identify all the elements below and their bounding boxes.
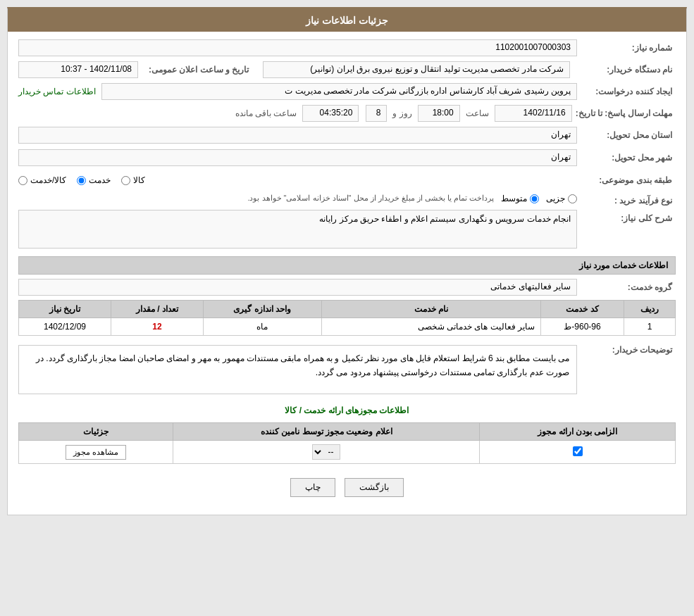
mohlat-row: مهلت ارسال پاسخ: تا تاریخ: 1402/11/16 سا… [18,105,676,122]
permits-table: الزامی بودن ارائه مجوز اعلام وضعیت مجوز … [18,422,676,464]
jozi-option[interactable]: جزیی [546,194,577,203]
ejad-label: ایجاد کننده درخواست: [577,87,676,96]
shmaare-value: 1102001007000303 [18,39,577,56]
jozi-radio[interactable] [568,194,577,203]
permit-checkbox[interactable] [573,446,583,456]
mootasat-radio[interactable] [530,194,539,203]
khadamat-option[interactable]: خدمت [77,175,111,185]
permit-elzami-cell[interactable] [480,441,676,464]
khadamat-radio[interactable] [77,176,86,185]
col-radif: ردیف [624,301,675,318]
col-code: کد خدمت [541,301,624,318]
cell-name: سایر فعالیت های خدماتی شخصی [321,318,541,336]
ostan-row: استان محل تحویل: تهران [18,126,676,144]
shahr-value: تهران [18,149,577,166]
tozihat-label: توضیحات خریدار: [577,341,676,355]
permit-elam-select[interactable]: -- [312,444,340,460]
rooz-label: روز و [392,108,411,118]
cell-date: 1402/12/09 [19,318,111,336]
shahr-label: شهر محل تحویل: [577,153,676,163]
baaghi-value: 04:35:20 [302,105,359,122]
shahr-row: شهر محل تحویل: تهران [18,149,676,167]
services-table: ردیف کد خدمت نام خدمت واحد اندازه گیری ت… [18,300,676,336]
naam-dastgah-label: نام دستگاه خریدار: [577,65,676,75]
rooz-value: 8 [366,105,387,122]
saat-label: ساعت [466,108,489,118]
grooh-value: سایر فعالیتهای خدماتی [18,279,577,296]
ostan-value: تهران [18,127,577,144]
naam-dastgah-value: شرکت مادر تخصصی مدیریت تولید انتقال و تو… [263,61,570,78]
tabaqe-row: طبقه بندی موضوعی: کالا خدمت کالا/خدمت [18,171,676,189]
ejad-row: ایجاد کننده درخواست: پروین رشیدی شریف آب… [18,82,676,101]
permit-col-elam: اعلام وضعیت مجوز توسط نامین کننده [173,423,480,441]
nooe-row: نوع فرآیند خرید : جزیی متوسط پرداخت تمام… [18,194,676,206]
cell-code: 960-96-ط [541,318,624,336]
tarikh-elam-value: 1402/11/08 - 10:37 [18,61,138,78]
mohlat-label: مهلت ارسال پاسخ: تا تاریخ: [576,108,676,118]
col-name: نام خدمت [321,301,541,318]
jozi-label: جزیی [546,194,565,203]
print-button[interactable]: چاپ [290,478,335,497]
tabaqe-label: طبقه بندی موضوعی: [577,175,676,185]
nooe-note: پرداخت تمام یا بخشی از مبلغ خریدار از مح… [247,194,494,203]
cell-count: 12 [111,318,204,336]
kala-khadamat-label: کالا/خدمت [30,175,66,185]
view-permit-button[interactable]: مشاهده مجوز [66,445,126,460]
sharh-label: شرح کلی نیاز: [577,210,676,223]
col-unit: واحد اندازه گیری [203,301,321,318]
tarikh-elam-label: تاریخ و ساعت اعلان عمومی: [149,65,252,75]
shmaare-row: شماره نیاز: 1102001007000303 [18,39,676,57]
permit-col-elzami: الزامی بودن ارائه مجوز [480,423,676,441]
permit-col-joziyat: جزئیات [19,423,173,441]
mojavez-section-link[interactable]: اطلاعات مجوزهای ارائه خدمت / کالا [18,402,676,419]
services-section-header: اطلاعات خدمات مورد نیاز [18,256,676,275]
page-title: جزئیات اطلاعات نیاز [8,9,686,32]
kala-radio[interactable] [121,176,130,185]
khadamat-label: خدمت [89,175,111,185]
baaghi-label: ساعت باقی مانده [235,108,297,118]
cell-radif: 1 [624,318,675,336]
kala-khadamat-radio[interactable] [18,176,27,185]
permit-elam-cell[interactable]: -- [173,441,480,464]
back-button[interactable]: بازگشت [345,478,404,497]
grooh-row: گروه خدمت: سایر فعالیتهای خدماتی [18,279,676,296]
tarikh-value: 1402/11/16 [495,105,572,122]
kala-khadamat-option[interactable]: کالا/خدمت [18,175,66,185]
ejad-link[interactable]: اطلاعات تماس خریدار [18,87,96,96]
sharh-row: شرح کلی نیاز: [18,210,676,251]
table-row: 1 960-96-ط سایر فعالیت های خدماتی شخصی م… [19,318,676,336]
shmaare-label: شماره نیاز: [577,43,676,53]
ostan-label: استان محل تحویل: [577,130,676,140]
tabaqe-radio-group: کالا خدمت کالا/خدمت [18,175,577,185]
mootasat-label: متوسط [501,194,527,203]
ejad-value: پروین رشیدی شریف آباد کارشناس اداره بازر… [101,83,577,100]
kala-label: کالا [133,175,145,185]
tozihat-row: توضیحات خریدار: می بایست مطابق بند 6 شرا… [18,341,676,398]
sharh-textarea[interactable] [18,210,577,249]
permit-row: -- مشاهده مجوز [19,441,676,464]
col-date: تاریخ نیاز [19,301,111,318]
permit-joziyat-cell[interactable]: مشاهده مجوز [19,441,173,464]
tozihat-value: می بایست مطابق بند 6 شرایط استعلام فایل … [18,345,577,394]
kala-option[interactable]: کالا [121,175,145,185]
footer-buttons: بازگشت چاپ [18,467,676,508]
saat-value: 18:00 [418,105,460,122]
mootasat-option[interactable]: متوسط [501,194,539,203]
col-count: تعداد / مقدار [111,301,204,318]
cell-unit: ماه [203,318,321,336]
grooh-label: گروه خدمت: [577,282,676,292]
nooe-label: نوع فرآیند خرید : [577,194,676,206]
